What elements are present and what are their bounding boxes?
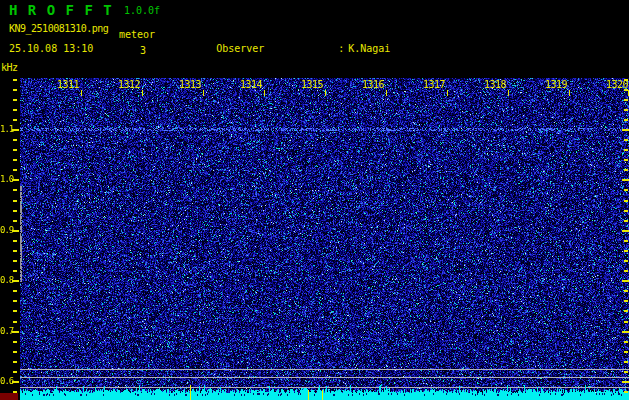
- freq-minor-tick-left: [13, 79, 17, 81]
- freq-minor-tick-left: [13, 250, 17, 252]
- freq-minor-tick-right: [624, 341, 628, 343]
- freq-minor-tick-right: [624, 109, 628, 111]
- hrofft-output-screenshot: H R O F F T 1.0.0f KN9_2510081310.png 25…: [0, 0, 629, 400]
- freq-minor-tick-left: [13, 270, 17, 272]
- minute-tick-label: 1312: [110, 79, 140, 90]
- freq-minor-tick-right: [624, 200, 628, 202]
- freq-major-tick-right: [622, 230, 629, 232]
- minute-tick-label: 1311: [49, 79, 79, 90]
- freq-tick-label: 0.6: [0, 376, 12, 386]
- freq-minor-tick-left: [13, 341, 17, 343]
- freq-minor-tick-left: [13, 321, 17, 323]
- freq-major-tick-left: [12, 230, 19, 232]
- freq-minor-tick-right: [624, 210, 628, 212]
- freq-tick-label: 0.8: [0, 275, 12, 285]
- freq-major-tick-right: [622, 179, 629, 181]
- freq-minor-tick-left: [13, 189, 17, 191]
- freq-minor-tick-right: [624, 361, 628, 363]
- minute-tick: [569, 90, 570, 96]
- minute-tick-label: 1316: [354, 79, 384, 90]
- freq-minor-tick-right: [624, 119, 628, 121]
- freq-minor-tick-left: [13, 290, 17, 292]
- freq-minor-tick-right: [624, 260, 628, 262]
- freq-minor-tick-left: [13, 169, 17, 171]
- freq-tick-label: 0.9: [0, 225, 12, 235]
- freq-minor-tick-right: [624, 139, 628, 141]
- freq-minor-tick-right: [624, 169, 628, 171]
- minute-tick: [447, 90, 448, 96]
- freq-minor-tick-right: [624, 149, 628, 151]
- minute-tick-label: 1319: [537, 79, 567, 90]
- freq-minor-tick-left: [13, 361, 17, 363]
- frequency-axis-unit: kHz: [1, 62, 18, 73]
- minute-tick: [386, 90, 387, 96]
- freq-minor-tick-right: [624, 391, 628, 393]
- freq-minor-tick-right: [624, 310, 628, 312]
- freq-minor-tick-right: [624, 220, 628, 222]
- freq-minor-tick-left: [13, 99, 17, 101]
- minute-tick-label: 1314: [232, 79, 262, 90]
- freq-minor-tick-left: [13, 240, 17, 242]
- freq-minor-tick-right: [624, 351, 628, 353]
- freq-major-tick-left: [12, 179, 19, 181]
- freq-major-tick-left: [12, 129, 19, 131]
- minute-tick-label: 1315: [293, 79, 323, 90]
- freq-minor-tick-right: [624, 189, 628, 191]
- observation-timestamp: 25.10.08 13:10: [9, 43, 93, 54]
- freq-minor-tick-right: [624, 159, 628, 161]
- minute-tick: [508, 90, 509, 96]
- freq-minor-tick-left: [13, 89, 17, 91]
- freq-tick-label: 0.7: [0, 326, 12, 336]
- freq-minor-tick-left: [13, 200, 17, 202]
- minute-tick: [264, 90, 265, 96]
- freq-tick-label: 1.1: [0, 124, 12, 134]
- freq-major-tick-left: [12, 331, 19, 333]
- freq-major-tick-right: [622, 381, 629, 383]
- freq-minor-tick-right: [624, 300, 628, 302]
- minute-tick: [81, 90, 82, 96]
- freq-tick-label: 1.0: [0, 174, 12, 184]
- freq-minor-tick-left: [13, 371, 17, 373]
- freq-minor-tick-left: [13, 351, 17, 353]
- info-row-observer: Observer:K.Nagai: [180, 29, 629, 69]
- freq-major-tick-right: [622, 331, 629, 333]
- minute-tick-label: 1317: [415, 79, 445, 90]
- freq-major-tick-left: [12, 381, 19, 383]
- freq-minor-tick-left: [13, 139, 17, 141]
- meteor-count-label: meteor: [119, 29, 155, 40]
- app-title: H R O F F T: [9, 2, 113, 18]
- minute-tick-label: 1320: [598, 79, 628, 90]
- freq-minor-tick-right: [624, 240, 628, 242]
- info-value: K.Nagai: [348, 43, 390, 54]
- freq-major-tick-right: [622, 280, 629, 282]
- freq-minor-tick-left: [13, 109, 17, 111]
- freq-minor-tick-left: [13, 310, 17, 312]
- app-version: 1.0.0f: [124, 5, 160, 16]
- freq-minor-tick-right: [624, 270, 628, 272]
- level-indicator-block: [0, 393, 18, 400]
- minute-tick: [203, 90, 204, 96]
- minute-tick-label: 1318: [476, 79, 506, 90]
- info-colon: :: [338, 42, 348, 55]
- freq-minor-tick-right: [624, 99, 628, 101]
- freq-minor-tick-right: [624, 290, 628, 292]
- freq-minor-tick-left: [13, 159, 17, 161]
- freq-major-tick-right: [622, 129, 629, 131]
- freq-minor-tick-left: [13, 119, 17, 121]
- freq-minor-tick-left: [13, 260, 17, 262]
- freq-minor-tick-right: [624, 371, 628, 373]
- freq-minor-tick-left: [13, 210, 17, 212]
- freq-minor-tick-left: [13, 220, 17, 222]
- minute-tick: [325, 90, 326, 96]
- minute-tick-label: 1313: [171, 79, 201, 90]
- spectrogram-canvas: [20, 78, 629, 400]
- output-filename: KN9_2510081310.png: [9, 23, 108, 34]
- minute-tick: [142, 90, 143, 96]
- freq-major-tick-left: [12, 280, 19, 282]
- freq-minor-tick-right: [624, 250, 628, 252]
- freq-minor-tick-right: [624, 321, 628, 323]
- freq-minor-tick-left: [13, 300, 17, 302]
- info-label: Observer: [216, 42, 338, 55]
- meteor-count-value: 3: [140, 45, 146, 56]
- freq-minor-tick-left: [13, 149, 17, 151]
